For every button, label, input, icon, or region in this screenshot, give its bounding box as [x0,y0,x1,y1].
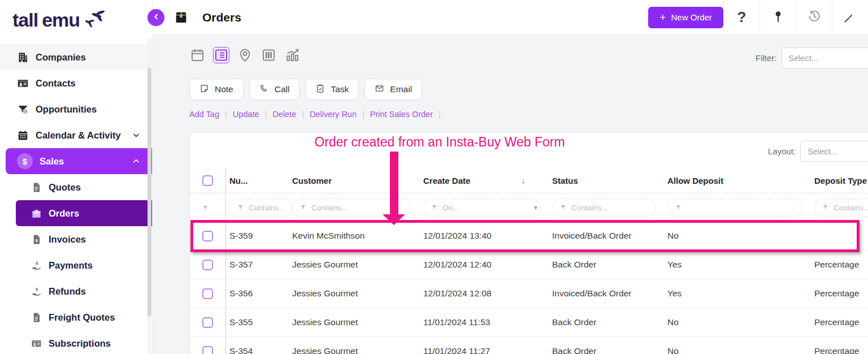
cell-status: Invoiced/Back Order [549,231,664,241]
column-header-allow-deposit[interactable]: Allow Deposit [664,176,811,185]
sidebar-item-label: Opportunities [36,104,97,115]
filter-select[interactable]: Select... [782,48,868,68]
sidebar-item-label: Companies [36,52,86,63]
column-header-nu[interactable]: Nu... [225,168,289,193]
svg-text:$: $ [36,260,38,265]
sidebar-item-payments[interactable]: $Payments [0,252,152,278]
table-row[interactable]: S-354Jessies Gourmet11/01/2024 11:27Back… [190,337,868,354]
sidebar-item-opportunities[interactable]: $Opportunities [0,96,152,122]
link-delivery-run[interactable]: Delivery Run [310,110,357,119]
call-button[interactable]: Call [249,79,300,100]
layout-select[interactable]: Select... [800,141,868,162]
page-title-group: Orders [153,10,241,24]
column-header-label: Status [552,176,578,185]
map-view-icon[interactable] [237,47,253,63]
table-row[interactable]: S-359Kevin McSmithson12/01/2024 13:40Inv… [190,222,868,251]
column-header-label: Allow Deposit [667,176,723,185]
settings-button[interactable] [832,0,868,34]
cell-create_date: 11/01/2024 11:27 [420,346,549,354]
link-separator: | [433,110,446,119]
filter-input-4[interactable]: Contains... [552,198,656,217]
filter-input-5[interactable] [667,198,803,217]
calendar-view-icon[interactable] [189,47,206,63]
column-header-status[interactable]: Status [549,176,664,185]
sidebar-item-refunds[interactable]: $Refunds [0,278,152,304]
sidebar-collapse-button[interactable] [147,9,164,26]
sidebar-item-invoices[interactable]: $Invoices [0,226,152,252]
filter-input-6[interactable]: Contains... [814,198,868,217]
list-view-icon[interactable] [213,47,229,63]
email-label: Email [390,84,412,94]
funnel-icon [237,204,244,212]
select-all-checkbox[interactable] [202,175,213,186]
sidebar-item-sales[interactable]: $Sales [6,148,152,174]
column-header-create-date[interactable]: Create Date↓ [420,176,549,185]
dollar-circle-icon: $ [17,153,33,169]
column-header-deposit-type[interactable]: Deposit Type [811,176,868,185]
column-header-label: Nu... [229,176,248,185]
layout-control: Layout: Select... [768,141,868,162]
note-button[interactable]: Note [189,79,244,100]
select-all-cell [190,175,225,186]
sidebar-item-label: Refunds [49,286,86,297]
link-add-tag[interactable]: Add Tag [189,110,219,119]
sidebar-item-freight-quotes[interactable]: Freight Quotes [0,304,152,330]
filter-input-3[interactable]: On... [423,198,541,217]
kanban-view-icon[interactable] [261,47,277,63]
sidebar-item-contacts[interactable]: Contacts [0,70,152,96]
sidebar-item-quotes[interactable]: Quotes [0,174,152,200]
cell-deposit_type: Percentage [811,317,868,327]
bulk-action-links: Add Tag|Update|Delete|Delivery Run|Print… [189,109,868,120]
filter-label: Filter: [756,53,777,63]
cell-status: Back Order [549,260,664,270]
box-icon [31,208,42,219]
funnel-dollar-icon: $ [17,103,29,115]
orders-table-card: Layout: Select... Nu...CustomerCreate Da… [189,132,868,354]
chevron-down-icon[interactable]: ▼ [533,205,539,211]
layout-label: Layout: [768,146,796,156]
cell-allow_deposit: No [664,231,811,241]
new-order-button[interactable]: + New Order [648,7,723,28]
plus-icon: + [659,12,666,23]
help-button[interactable]: ? [723,0,760,34]
link-delete[interactable]: Delete [272,110,296,119]
row-checkbox[interactable] [202,317,213,328]
cell-customer: Jessies Gourmet [289,346,420,354]
table-row[interactable]: S-356Jessies Gourmet12/01/2024 12:08Invo… [190,279,868,308]
column-header-customer[interactable]: Customer [289,176,420,185]
sidebar-scrollbar-thumb[interactable] [147,68,151,317]
table-row[interactable]: S-357Jessies Gourmet12/01/2024 12:40Back… [190,251,868,279]
link-update[interactable]: Update [233,110,259,119]
main-area: Orders + New Order ? Filter: [153,0,868,354]
cell-number: S-354 [225,337,289,354]
sidebar-item-calendar-activity[interactable]: Calendar & Activity [0,122,152,148]
cell-create_date: 11/01/2024 11:53 [420,317,549,327]
row-checkbox[interactable] [202,231,213,241]
filter-placeholder: On... [442,204,459,212]
cell-deposit_type: Percentage [811,260,868,270]
chart-view-icon[interactable] [284,47,301,63]
sidebar: tallemu CompaniesContacts$OpportunitiesC… [0,0,153,354]
email-button[interactable]: Email [364,79,422,100]
link-print-sales-order[interactable]: Print Sales Order [370,110,433,119]
sidebar-item-label: Freight Quotes [49,312,115,323]
chevron-left-icon [152,12,160,23]
history-button[interactable] [796,0,832,34]
task-button[interactable]: Task [305,79,359,100]
row-checkbox[interactable] [202,288,213,299]
table-row[interactable]: S-355Jessies Gourmet11/01/2024 11:53Back… [190,308,868,337]
file-lines-icon [31,312,42,323]
sidebar-item-subscriptions[interactable]: Subscriptions [0,330,152,354]
funnel-icon [822,204,828,212]
funnel-icon[interactable] [202,205,209,211]
sidebar-item-orders[interactable]: Orders [16,200,152,226]
sidebar-item-companies[interactable]: Companies [0,44,152,70]
filter-input-1[interactable]: Contains... [229,198,293,217]
sidebar-item-label: Quotes [49,182,81,193]
id-card-icon [31,338,42,349]
filter-input-2[interactable]: Contains... [292,198,412,217]
row-checkbox[interactable] [202,346,213,354]
file-lines-icon [31,182,42,193]
row-checkbox[interactable] [202,260,213,270]
pin-button[interactable] [760,0,796,34]
